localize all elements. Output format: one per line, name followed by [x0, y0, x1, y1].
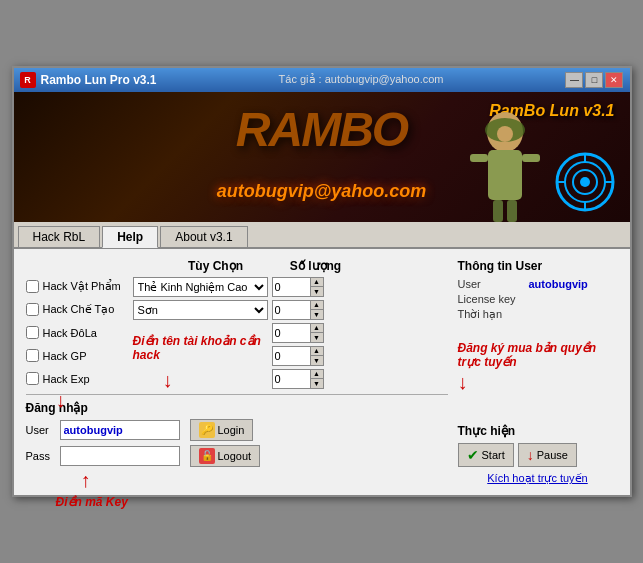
- hack-gp-label: Hack GP: [43, 350, 133, 362]
- right-panel: Thông tin User User autobugvip License k…: [458, 259, 618, 486]
- pass-label: Pass: [26, 450, 56, 462]
- hack-gp-spinbox: ▲ ▼: [272, 346, 324, 366]
- login-user-row: User ↓ 🔑 Login: [26, 419, 448, 441]
- hack-row-3: Hack GP ▲ ▼: [26, 346, 448, 366]
- thuc-hien-section: Thực hiện ✔ Start ↓ Pause Kích hoạt trực…: [458, 424, 618, 485]
- right-user-value: autobugvip: [529, 278, 588, 290]
- tab-hack-rbl[interactable]: Hack RbL: [18, 226, 101, 247]
- activate-link[interactable]: Kích hoạt trực tuyến: [458, 472, 618, 485]
- hack-gp-down[interactable]: ▼: [311, 356, 323, 365]
- dang-ky-region: Đăng ký mua bản quyền trực tuyến ↓: [458, 341, 618, 395]
- maximize-button[interactable]: □: [585, 72, 603, 88]
- hack-che-tao-spinbox: ▲ ▼: [272, 300, 324, 320]
- banner: RAMBO RamBo Lun v3.1 autobugvip@yahoo.co…: [14, 92, 630, 222]
- login-pass-row: Pass ↑ Điền mã Key 🔓 Logout: [26, 445, 448, 467]
- close-button[interactable]: ✕: [605, 72, 623, 88]
- right-expiry-row: Thời hạn: [458, 308, 618, 321]
- right-license-label: License key: [458, 293, 523, 305]
- banner-target-image: [555, 152, 615, 212]
- hack-row-4: Hack Exp Điền tên tài khoản cần hack ↓ ▲: [26, 369, 448, 389]
- pass-input[interactable]: [60, 446, 180, 466]
- hack-row-0: Hack Vật Phẩm Thẻ Kinh Nghiệm Cao ▲ ▼: [26, 277, 448, 297]
- pause-button[interactable]: ↓ Pause: [518, 443, 577, 467]
- svg-point-11: [580, 177, 590, 187]
- hack-che-tao-select[interactable]: Sơn: [133, 300, 268, 320]
- svg-rect-2: [470, 154, 488, 162]
- hack-dola-value[interactable]: [272, 323, 310, 343]
- svg-rect-4: [493, 200, 503, 222]
- content-area: Tùy Chọn Số lượng Hack Vật Phẩm Thẻ Kinh…: [14, 249, 630, 496]
- main-window: R Rambo Lun Pro v3.1 Tác giả : autobugvi…: [12, 66, 632, 498]
- hack-vat-pham-label: Hack Vật Phẩm: [43, 280, 133, 293]
- tab-about[interactable]: About v3.1: [160, 226, 247, 247]
- window-title: Rambo Lun Pro v3.1: [41, 73, 157, 87]
- right-panel-title: Thông tin User: [458, 259, 618, 273]
- hack-exp-down[interactable]: ▼: [311, 379, 323, 388]
- thuc-hien-title: Thực hiện: [458, 424, 618, 438]
- hack-vat-pham-checkbox[interactable]: [26, 280, 39, 293]
- tuy-chon-header: Tùy Chọn: [146, 259, 286, 273]
- right-expiry-label: Thời hạn: [458, 308, 523, 321]
- svg-rect-5: [507, 200, 517, 222]
- user-input[interactable]: [60, 420, 180, 440]
- pause-icon: ↓: [527, 447, 534, 463]
- start-button[interactable]: ✔ Start: [458, 443, 514, 467]
- right-license-row: License key: [458, 293, 618, 305]
- main-grid: Tùy Chọn Số lượng Hack Vật Phẩm Thẻ Kinh…: [26, 259, 618, 486]
- hack-exp-label: Hack Exp: [43, 373, 133, 385]
- hack-vat-pham-select[interactable]: Thẻ Kinh Nghiệm Cao: [133, 277, 268, 297]
- titlebar-left: R Rambo Lun Pro v3.1: [20, 72, 157, 88]
- dang-ky-arrow: ↓: [458, 371, 618, 394]
- titlebar: R Rambo Lun Pro v3.1 Tác giả : autobugvi…: [14, 68, 630, 92]
- svg-rect-1: [488, 150, 522, 200]
- logout-button[interactable]: 🔓 Logout: [190, 445, 261, 467]
- banner-soldier-image: [460, 112, 550, 222]
- hack-gp-up[interactable]: ▲: [311, 347, 323, 357]
- hack-dola-up[interactable]: ▲: [311, 324, 323, 334]
- pass-arrow: ↑: [81, 469, 91, 492]
- dien-ma-annotation: Điền mã Key: [56, 495, 128, 509]
- left-panel: Tùy Chọn Số lượng Hack Vật Phẩm Thẻ Kinh…: [26, 259, 448, 486]
- hack-che-tao-checkbox[interactable]: [26, 303, 39, 316]
- hack-exp-spinbox: ▲ ▼: [272, 369, 324, 389]
- so-luong-header: Số lượng: [286, 259, 346, 273]
- hack-che-tao-label: Hack Chế Tạo: [43, 303, 133, 316]
- banner-email-text: autobugvip@yahoo.com: [217, 181, 427, 202]
- hack-dola-checkbox[interactable]: [26, 326, 39, 339]
- hack-gp-value[interactable]: [272, 346, 310, 366]
- banner-logo: RAMBO: [236, 102, 407, 157]
- login-section: Đăng nhập User ↓ 🔑 Login Pass: [26, 401, 448, 467]
- hack-dola-label: Hack ĐôLa: [43, 327, 133, 339]
- hack-dola-down[interactable]: ▼: [311, 333, 323, 342]
- titlebar-buttons: — □ ✕: [565, 72, 623, 88]
- tab-help[interactable]: Help: [102, 226, 158, 248]
- tab-bar: Hack RbL Help About v3.1: [14, 222, 630, 249]
- dien-ten-arrow: ↓: [163, 369, 173, 392]
- user-label: User: [26, 424, 56, 436]
- hack-vat-pham-spinbox: ▲ ▼: [272, 277, 324, 297]
- hack-exp-value[interactable]: [272, 369, 310, 389]
- hack-che-tao-up[interactable]: ▲: [311, 301, 323, 311]
- hack-row-1: Hack Chế Tạo Sơn ▲ ▼: [26, 300, 448, 320]
- hack-che-tao-value[interactable]: [272, 300, 310, 320]
- svg-rect-3: [522, 154, 540, 162]
- action-buttons: ✔ Start ↓ Pause: [458, 443, 618, 467]
- column-headers: Tùy Chọn Số lượng: [26, 259, 448, 273]
- app-icon: R: [20, 72, 36, 88]
- logout-icon: 🔓: [199, 448, 215, 464]
- hack-gp-checkbox[interactable]: [26, 349, 39, 362]
- right-user-label: User: [458, 278, 523, 290]
- hack-vat-pham-value[interactable]: [272, 277, 310, 297]
- window-subtitle: Tác giả : autobugvip@yahoo.com: [279, 73, 444, 86]
- minimize-button[interactable]: —: [565, 72, 583, 88]
- hack-che-tao-down[interactable]: ▼: [311, 310, 323, 319]
- hack-vat-pham-up[interactable]: ▲: [311, 278, 323, 288]
- divider: [26, 394, 448, 395]
- login-icon: 🔑: [199, 422, 215, 438]
- right-user-row: User autobugvip: [458, 278, 618, 290]
- login-button[interactable]: 🔑 Login: [190, 419, 254, 441]
- hack-vat-pham-down[interactable]: ▼: [311, 287, 323, 296]
- hack-exp-checkbox[interactable]: [26, 372, 39, 385]
- hack-exp-up[interactable]: ▲: [311, 370, 323, 380]
- login-title: Đăng nhập: [26, 401, 448, 415]
